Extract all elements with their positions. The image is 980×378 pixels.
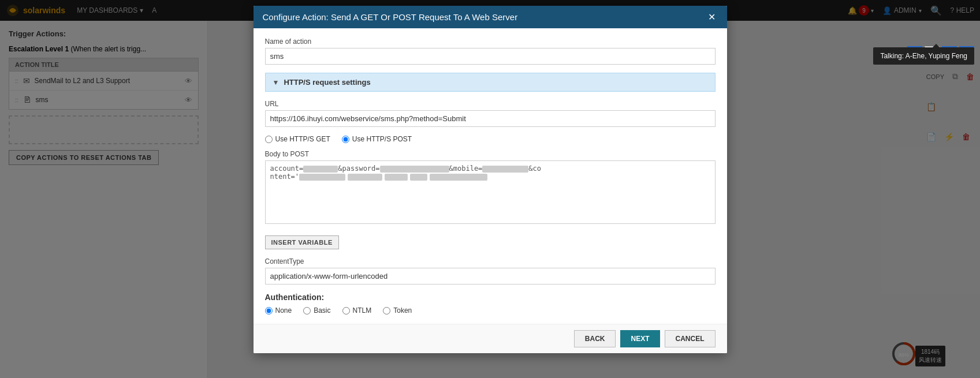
cancel-button[interactable]: CANCEL bbox=[665, 330, 716, 347]
name-of-action-group: Name of action bbox=[265, 38, 716, 65]
collapse-arrow-icon: ▼ bbox=[273, 78, 280, 87]
auth-ntlm-radio[interactable] bbox=[342, 307, 350, 315]
body-to-post-group: Body to POST account=&password=&mobile=&… bbox=[265, 150, 716, 224]
modal-close-button[interactable]: ✕ bbox=[706, 12, 718, 23]
auth-basic-radio[interactable] bbox=[303, 307, 311, 315]
auth-none-radio[interactable] bbox=[265, 307, 273, 315]
redacted-content-3 bbox=[385, 174, 408, 181]
auth-token-label[interactable]: Token bbox=[383, 306, 412, 315]
redacted-mobile bbox=[482, 166, 528, 173]
modal-footer: BACK NEXT CANCEL bbox=[254, 324, 727, 353]
http-method-radio-group: Use HTTP/S GET Use HTTP/S POST bbox=[265, 135, 716, 143]
name-of-action-input[interactable] bbox=[265, 48, 716, 65]
insert-variable-button[interactable]: INSERT VARIABLE bbox=[265, 235, 339, 249]
body-line-2: ntent=' bbox=[270, 173, 710, 181]
next-button[interactable]: NEXT bbox=[620, 330, 659, 347]
url-input[interactable] bbox=[265, 110, 716, 127]
url-label: URL bbox=[265, 100, 716, 108]
auth-section: Authentication: None Basic NTLM bbox=[265, 293, 716, 315]
content-type-input[interactable] bbox=[265, 268, 716, 285]
modal-title: Configure Action: Send A GET Or POST Req… bbox=[263, 12, 518, 22]
redacted-password bbox=[380, 166, 449, 173]
redacted-content-start bbox=[299, 174, 345, 181]
modal-body: Name of action ▼ HTTP/S request settings… bbox=[254, 28, 727, 324]
redacted-account bbox=[303, 166, 338, 173]
auth-radio-group: None Basic NTLM Token bbox=[265, 306, 716, 315]
radio-get[interactable] bbox=[265, 136, 273, 143]
content-type-label: ContentType bbox=[265, 257, 716, 265]
auth-ntlm-label[interactable]: NTLM bbox=[342, 306, 372, 315]
body-to-post-label: Body to POST bbox=[265, 150, 716, 158]
http-section-title: HTTP/S request settings bbox=[284, 78, 370, 87]
redacted-content-2 bbox=[348, 174, 382, 181]
http-section-header[interactable]: ▼ HTTP/S request settings bbox=[265, 73, 716, 92]
body-to-post-area[interactable]: account=&password=&mobile=&co ntent=' bbox=[265, 160, 716, 224]
auth-basic-label[interactable]: Basic bbox=[303, 306, 330, 315]
auth-title: Authentication: bbox=[265, 293, 716, 302]
body-line-1: account=&password=&mobile=&co bbox=[270, 164, 710, 173]
modal: Configure Action: Send A GET Or POST Req… bbox=[254, 6, 727, 353]
radio-post[interactable] bbox=[342, 136, 349, 143]
auth-none-label[interactable]: None bbox=[265, 306, 292, 315]
modal-overlay: Configure Action: Send A GET Or POST Req… bbox=[0, 0, 980, 378]
talking-tooltip: Talking: A-Ehe, Yuping Feng bbox=[873, 47, 974, 65]
content-type-group: ContentType bbox=[265, 257, 716, 285]
name-of-action-label: Name of action bbox=[265, 38, 716, 46]
url-group: URL bbox=[265, 100, 716, 127]
radio-post-label[interactable]: Use HTTP/S POST bbox=[342, 135, 412, 143]
modal-header: Configure Action: Send A GET Or POST Req… bbox=[254, 6, 727, 28]
auth-token-radio[interactable] bbox=[383, 307, 390, 315]
redacted-content-4 bbox=[410, 174, 427, 181]
back-button[interactable]: BACK bbox=[574, 330, 616, 347]
redacted-content-5 bbox=[430, 174, 487, 181]
radio-get-label[interactable]: Use HTTP/S GET bbox=[265, 135, 330, 143]
